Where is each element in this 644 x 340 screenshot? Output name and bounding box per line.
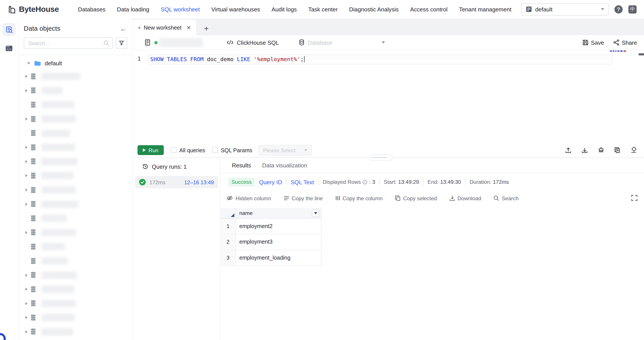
caret-right-icon[interactable] bbox=[26, 188, 28, 192]
sql-text-link[interactable]: SQL Text bbox=[291, 179, 314, 185]
tree-row-database[interactable] bbox=[18, 169, 132, 183]
rail-worksheets-button[interactable]: </> bbox=[2, 42, 16, 55]
nav-item-data-loading[interactable]: Data loading bbox=[117, 6, 149, 12]
tree-row-database[interactable] bbox=[18, 126, 132, 140]
caret-right-icon[interactable] bbox=[26, 160, 28, 163]
results-tool-hidden-column[interactable]: Hidden column bbox=[226, 195, 271, 201]
nav-item-task-center[interactable]: Task center bbox=[308, 6, 338, 12]
top-nav: ByteHouse DatabasesData loadingSQL works… bbox=[0, 0, 644, 18]
caret-right-icon[interactable] bbox=[26, 288, 28, 291]
tab-data-visualization[interactable]: Data visualization bbox=[262, 162, 307, 169]
caret-right-icon[interactable] bbox=[26, 202, 28, 206]
caret-right-icon[interactable] bbox=[26, 117, 28, 121]
cell-name[interactable]: employment_loading bbox=[236, 250, 321, 265]
table-row[interactable]: 1employment2 bbox=[220, 219, 321, 234]
upload-icon[interactable] bbox=[565, 147, 572, 154]
nav-item-virtual-warehouses[interactable]: Virtual warehouses bbox=[211, 6, 260, 12]
tree-row-database[interactable] bbox=[18, 282, 132, 296]
tree-row-database[interactable] bbox=[18, 268, 132, 282]
tree-row-database[interactable] bbox=[18, 311, 132, 325]
nav-item-audit-logs[interactable]: Audit logs bbox=[272, 6, 297, 12]
rail-data-objects-button[interactable] bbox=[2, 23, 16, 36]
tree-row-database[interactable] bbox=[18, 98, 132, 112]
params-select[interactable]: Please Select bbox=[258, 145, 312, 156]
tab-new-worksheet[interactable]: New worksheet ✕ bbox=[133, 20, 196, 35]
tree-row-database[interactable] bbox=[18, 112, 132, 126]
tree-row-database[interactable] bbox=[18, 296, 132, 311]
copy-icon[interactable] bbox=[614, 147, 620, 153]
tenant-select[interactable]: default bbox=[521, 3, 609, 15]
tree-row-database[interactable] bbox=[18, 83, 132, 98]
caret-right-icon[interactable] bbox=[26, 89, 28, 92]
caret-right-icon[interactable] bbox=[26, 302, 28, 305]
tree-row-database[interactable] bbox=[18, 325, 132, 339]
select-all-cell[interactable] bbox=[220, 208, 236, 218]
tree-row-database[interactable] bbox=[18, 240, 132, 254]
add-worksheet-button[interactable]: + bbox=[204, 24, 209, 32]
tree-root-default[interactable]: default bbox=[18, 57, 132, 69]
help-icon[interactable]: ? bbox=[614, 5, 622, 13]
tab-results[interactable]: Results bbox=[232, 162, 251, 169]
results-tool-copy-selected[interactable]: Copy selected bbox=[395, 195, 437, 201]
format-brush-icon[interactable] bbox=[598, 147, 604, 154]
results-tool-copy-the-line[interactable]: Copy the line bbox=[284, 195, 323, 201]
brand[interactable]: ByteHouse bbox=[8, 5, 73, 14]
eraser-icon[interactable] bbox=[630, 147, 637, 153]
tree-row-database[interactable] bbox=[18, 154, 132, 169]
cell-name[interactable]: employment3 bbox=[236, 234, 321, 250]
caret-right-icon[interactable] bbox=[26, 75, 28, 78]
download-icon[interactable] bbox=[581, 147, 588, 154]
row-number[interactable]: 2 bbox=[220, 234, 236, 250]
table-row[interactable]: 3employment_loading bbox=[220, 250, 321, 266]
run-button[interactable]: Run bbox=[138, 145, 164, 155]
nav-item-diagnostic-analysis[interactable]: Diagnostic Analysis bbox=[349, 6, 399, 12]
caret-right-icon[interactable] bbox=[26, 146, 28, 149]
results-table: name 1employment22employment33employment… bbox=[220, 208, 322, 266]
caret-right-icon[interactable] bbox=[26, 174, 28, 177]
split-drag-handle[interactable] bbox=[369, 154, 392, 161]
caret-right-icon[interactable] bbox=[26, 316, 28, 320]
info-icon[interactable] bbox=[362, 179, 367, 184]
tree-row-database[interactable] bbox=[18, 211, 132, 225]
sql-editor[interactable]: 1 SHOW TABLES FROM doc_demo LIKE '%emplo… bbox=[133, 50, 644, 143]
table-row[interactable]: 2employment3 bbox=[220, 234, 321, 250]
tree-row-database[interactable] bbox=[18, 69, 132, 83]
warehouse-selector[interactable] bbox=[144, 38, 203, 47]
filter-button[interactable] bbox=[116, 37, 127, 49]
tree-row-database[interactable] bbox=[18, 254, 132, 268]
query-id-link[interactable]: Query ID bbox=[259, 179, 282, 185]
column-header-name[interactable]: name bbox=[236, 208, 321, 218]
query-run-item[interactable]: 172ms 12–16 13:49 bbox=[135, 176, 218, 188]
nav-item-databases[interactable]: Databases bbox=[78, 6, 106, 12]
results-tool-copy-the-column[interactable]: Copy the column bbox=[335, 195, 382, 201]
nav-item-tenant-management[interactable]: Tenant management bbox=[459, 6, 512, 12]
caret-right-icon[interactable] bbox=[26, 273, 28, 277]
caret-right-icon[interactable] bbox=[26, 231, 28, 234]
row-number[interactable]: 1 bbox=[220, 219, 236, 234]
fullscreen-icon[interactable] bbox=[631, 195, 638, 201]
search-input[interactable] bbox=[28, 40, 103, 47]
editor-scrollbar-thumb[interactable] bbox=[639, 53, 644, 55]
end-time: End: 13:49:30 bbox=[428, 179, 461, 185]
tree-row-database[interactable] bbox=[18, 197, 132, 211]
results-tool-download[interactable]: Download bbox=[449, 195, 481, 201]
cell-name[interactable]: employment2 bbox=[236, 219, 321, 234]
column-filter-button[interactable] bbox=[312, 209, 319, 217]
nav-item-access-control[interactable]: Access control bbox=[410, 6, 448, 12]
close-icon[interactable]: ✕ bbox=[186, 24, 191, 30]
tree-row-database[interactable] bbox=[18, 183, 132, 197]
language-switch-icon[interactable]: 中 bbox=[628, 5, 636, 13]
nav-item-sql-worksheet[interactable]: SQL worksheet bbox=[161, 6, 200, 12]
results-tool-search[interactable]: Search bbox=[494, 195, 518, 201]
save-button[interactable]: Save bbox=[582, 39, 604, 46]
row-number[interactable]: 3 bbox=[220, 250, 236, 265]
tree-row-database[interactable] bbox=[18, 225, 132, 240]
caret-right-icon[interactable] bbox=[26, 330, 28, 334]
tree-row-database[interactable] bbox=[18, 140, 132, 154]
dialect-selector[interactable]: ClickHouse SQL bbox=[227, 39, 279, 46]
database-selector[interactable]: Database bbox=[299, 39, 385, 46]
collapse-panel-icon[interactable]: ← bbox=[120, 25, 127, 32]
all-queries-checkbox[interactable] bbox=[171, 147, 176, 153]
sql-params-checkbox[interactable] bbox=[212, 147, 218, 153]
share-button[interactable]: Share bbox=[613, 39, 637, 46]
